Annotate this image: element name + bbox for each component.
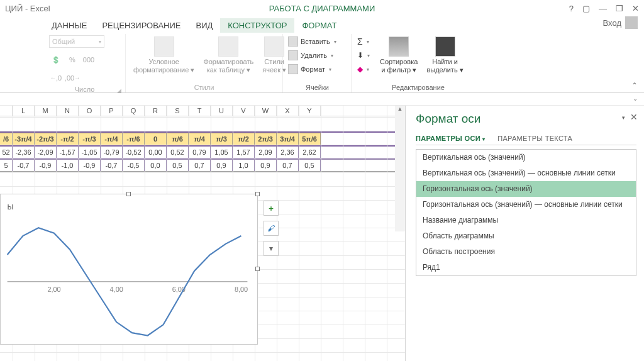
percent-format-button[interactable]: % (65, 53, 79, 66)
sort-filter-icon (389, 36, 409, 57)
chart-element-item[interactable]: Область диаграммы (416, 228, 636, 244)
autosum-button[interactable]: Σ▾ (357, 35, 370, 48)
resize-handle[interactable] (255, 267, 260, 271)
fill-button[interactable]: ⬇▾ (357, 49, 370, 62)
login-label[interactable]: Вход (603, 18, 621, 28)
funnel-icon: ▾ (269, 244, 273, 253)
text-options-tab[interactable]: ПАРАМЕТРЫ ТЕКСТА (497, 132, 572, 145)
format-as-table-icon (218, 36, 238, 57)
tab-format[interactable]: ФОРМАТ (294, 18, 344, 33)
chevron-down-icon: ▾ (331, 53, 333, 58)
context-tab-group-title: РАБОТА С ДИАГРАММАМИ (0, 4, 644, 13)
cell-styles-1: Стили (264, 58, 284, 66)
avatar-placeholder-icon[interactable] (625, 16, 638, 29)
chart-title: ы (8, 201, 14, 211)
chevron-down-icon: ▾ (367, 67, 369, 72)
formula-bar-expand-icon[interactable]: ⌄ (633, 95, 638, 102)
svg-text:4,00: 4,00 (110, 286, 123, 293)
delete-label: Удалить (301, 52, 327, 59)
pane-options-icon[interactable]: ▾ (622, 114, 625, 121)
embedded-chart[interactable]: ы 2,004,006,008,00 ＋ 🖌 ▾ (0, 194, 258, 345)
delete-cells-button[interactable]: Удалить▾ (288, 49, 336, 62)
collapse-ribbon-icon[interactable]: ⌃ (631, 81, 638, 90)
inc-dec-label: ,0 (56, 74, 62, 82)
chevron-down-icon: ▾ (334, 39, 336, 45)
resize-handle[interactable] (126, 192, 131, 196)
svg-text:2,00: 2,00 (47, 286, 60, 293)
chart-elements-list: Вертикальная ось (значений)Вертикальная … (416, 149, 636, 276)
editing-group-label: Редактирование (357, 84, 479, 91)
svg-text:8,00: 8,00 (235, 286, 248, 293)
chart-element-item[interactable]: Вертикальная ось (значений) — основные л… (416, 165, 636, 181)
format-as-table-button[interactable]: Форматировать как таблицу ▾ (201, 35, 256, 75)
plus-icon: ＋ (267, 203, 275, 214)
format-cells-button[interactable]: Формат▾ (288, 63, 336, 75)
chevron-down-icon: ▾ (367, 53, 370, 58)
cond-fmt-1: Условное (148, 58, 179, 66)
cell-styles-icon (264, 36, 284, 57)
minimize-icon[interactable]: — (599, 4, 607, 13)
insert-label: Вставить (301, 38, 330, 45)
find-2: выделить (426, 66, 457, 74)
chart-element-item[interactable]: Ряд1 (416, 260, 636, 275)
chevron-down-icon: ▾ (482, 136, 485, 142)
chart-element-item[interactable]: Название диаграммы (416, 213, 636, 228)
find-1: Найти и (432, 58, 458, 66)
chart-styles-button[interactable]: 🖌 (264, 221, 279, 236)
close-pane-icon[interactable]: ✕ (630, 112, 638, 122)
fmt-table-1: Форматировать (203, 58, 253, 66)
styles-group-label: Стили (131, 84, 277, 91)
number-format-value: Общий (52, 38, 75, 45)
cells-group-label: Ячейки (288, 84, 347, 91)
axis-tab-label: ПАРАМЕТРЫ ОСИ (416, 135, 480, 142)
resize-handle[interactable] (255, 192, 260, 196)
chevron-down-icon: ▾ (99, 39, 101, 45)
cond-fmt-2: форматирование (133, 66, 189, 74)
cell-styles-button[interactable]: Стили ячеек ▾ (260, 35, 289, 75)
comma-format-button[interactable]: 000 (82, 53, 96, 66)
chart-filters-button[interactable]: ▾ (264, 241, 279, 256)
binoculars-icon (435, 36, 455, 57)
dec-dec-label: ,00 (65, 74, 74, 82)
number-format-combo[interactable]: Общий▾ (49, 35, 104, 48)
tab-review[interactable]: РЕЦЕНЗИРОВАНИЕ (94, 18, 188, 33)
conditional-formatting-button[interactable]: Условное форматирование ▾ (131, 35, 197, 75)
tab-data[interactable]: ДАННЫЕ (44, 18, 94, 33)
chevron-down-icon: ▾ (367, 39, 369, 45)
insert-icon (288, 36, 298, 47)
increase-decimal-button[interactable]: ←,0 (49, 72, 63, 84)
brush-icon: 🖌 (267, 224, 275, 233)
chart-element-item[interactable]: Вертикальная ось (значений) (416, 150, 636, 165)
number-group-label: Число (75, 86, 95, 93)
accounting-format-button[interactable]: 💲 (49, 53, 63, 66)
help-icon[interactable]: ? (569, 4, 574, 13)
fmt-table-2: как таблицу (207, 66, 245, 74)
clear-button[interactable]: ◆▾ (357, 63, 370, 75)
format-icon (288, 64, 298, 74)
chevron-down-icon: ▾ (329, 67, 331, 72)
tab-view[interactable]: ВИД (188, 18, 220, 33)
conditional-formatting-icon (154, 36, 174, 57)
document-title: ЦИЙ - Excel (5, 4, 50, 13)
format-pane-title: Формат оси (416, 112, 636, 126)
axis-options-tab[interactable]: ПАРАМЕТРЫ ОСИ▾ (416, 132, 485, 145)
find-select-button[interactable]: Найти и выделить ▾ (424, 35, 465, 75)
tab-design[interactable]: КОНСТРУКТОР (220, 18, 294, 33)
sort-1: Сортировка (380, 58, 418, 66)
sort-filter-button[interactable]: Сортировка и фильтр ▾ (377, 35, 420, 75)
chart-elements-button[interactable]: ＋ (264, 201, 279, 216)
chart-element-item[interactable]: Горизонтальная ось (значений) — основные… (416, 197, 636, 213)
restore-icon[interactable]: ❐ (616, 4, 623, 13)
cell-styles-2: ячеек (262, 66, 280, 74)
chart-element-item[interactable]: Область построения (416, 244, 636, 260)
decrease-decimal-button[interactable]: ,00→ (65, 72, 79, 84)
chart-element-item[interactable]: Горизонтальная ось (значений) (416, 181, 636, 197)
delete-icon (288, 50, 298, 60)
insert-cells-button[interactable]: Вставить▾ (288, 35, 336, 48)
format-label: Формат (301, 65, 325, 73)
close-window-icon[interactable]: ✕ (632, 4, 639, 13)
vertical-scrollbar[interactable]: ▲ (395, 106, 405, 231)
scroll-up-icon[interactable]: ▲ (395, 106, 405, 116)
sort-2: и фильтр (381, 66, 411, 74)
ribbon-display-options-icon[interactable]: ▢ (582, 4, 590, 13)
